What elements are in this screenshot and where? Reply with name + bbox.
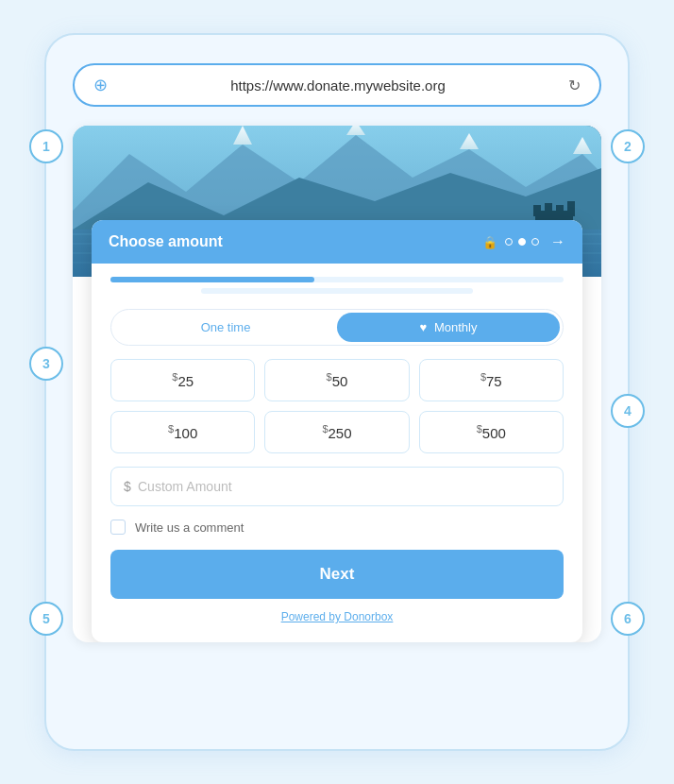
dot-3 (531, 238, 539, 246)
corner-label-2: 2 (611, 129, 645, 163)
svg-rect-10 (545, 203, 552, 216)
arrow-right-icon: → (550, 233, 565, 250)
svg-rect-11 (556, 205, 564, 216)
progress-bar-container (110, 277, 564, 282)
comment-row: Write us a comment (110, 520, 564, 535)
browser-content: Choose amount 🔒 → (73, 126, 601, 642)
one-time-toggle[interactable]: One time (114, 313, 337, 342)
card-header: Choose amount 🔒 → (92, 220, 582, 264)
amount-btn-250[interactable]: $250 (264, 411, 409, 453)
card-title: Choose amount (109, 233, 223, 250)
amount-val-100: 100 (174, 425, 197, 441)
svg-rect-12 (567, 201, 575, 216)
svg-rect-9 (533, 205, 541, 216)
amount-btn-500[interactable]: $500 (419, 411, 564, 453)
amount-val-75: 75 (486, 373, 502, 389)
monthly-label: Monthly (434, 320, 478, 334)
amount-val-25: 25 (177, 373, 194, 389)
dot-1 (505, 238, 513, 246)
progress-area (92, 264, 582, 294)
custom-amount-input[interactable] (110, 467, 564, 506)
corner-label-5: 5 (29, 602, 63, 636)
comment-label: Write us a comment (135, 520, 244, 535)
heart-icon: ♥ (420, 320, 428, 334)
toggle-container: One time ♥ Monthly (110, 309, 564, 346)
corner-label-3: 3 (29, 347, 63, 381)
progress-dots (505, 238, 539, 246)
card-header-icons: 🔒 → (482, 233, 565, 250)
dollar-sign-icon: $ (124, 479, 131, 494)
corner-label-4: 4 (611, 394, 645, 428)
powered-by[interactable]: Powered by Donorbox (92, 610, 582, 623)
donation-card: Choose amount 🔒 → (92, 220, 582, 642)
next-button[interactable]: Next (110, 550, 564, 599)
corner-label-6: 6 (611, 602, 645, 636)
comment-checkbox[interactable] (110, 520, 126, 535)
custom-amount-wrapper: $ (110, 467, 564, 506)
device-frame: 1 2 3 4 5 6 ⊕ https://www.donate.mywebsi… (44, 33, 630, 751)
progress-label-bar (201, 288, 473, 294)
url-text: https://www.donate.mywebsite.org (119, 77, 557, 94)
amount-btn-100[interactable]: $100 (110, 411, 255, 453)
amount-val-500: 500 (482, 425, 506, 441)
lock-icon: 🔒 (482, 235, 497, 249)
refresh-icon[interactable]: ↻ (568, 77, 581, 94)
dot-2 (518, 238, 526, 246)
amount-btn-25[interactable]: $25 (110, 359, 255, 401)
amount-btn-75[interactable]: $75 (419, 359, 564, 401)
amount-val-50: 50 (332, 373, 348, 389)
monthly-toggle[interactable]: ♥ Monthly (337, 313, 560, 342)
progress-bar-fill (110, 277, 314, 282)
plus-icon: ⊕ (93, 75, 108, 95)
address-bar: ⊕ https://www.donate.mywebsite.org ↻ (73, 63, 601, 107)
amount-grid: $25 $50 $75 $100 $250 $500 (110, 359, 564, 453)
amount-val-250: 250 (329, 425, 352, 441)
amount-btn-50[interactable]: $50 (264, 359, 409, 401)
corner-label-1: 1 (29, 129, 63, 163)
